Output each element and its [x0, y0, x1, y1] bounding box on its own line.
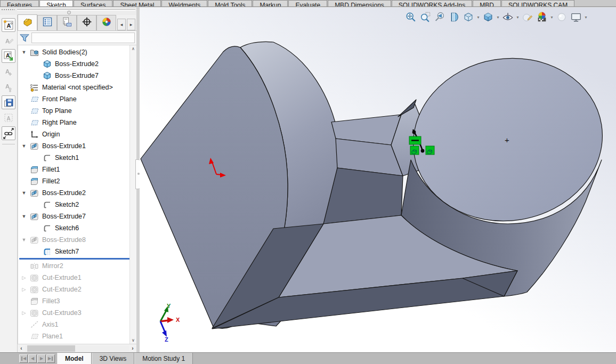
- collapse-arrow-icon[interactable]: ▼: [21, 50, 27, 55]
- pin-icon[interactable]: [67, 11, 71, 14]
- tab-model[interactable]: Model: [57, 353, 92, 364]
- on-edge-relation-badge[interactable]: [426, 146, 434, 155]
- zoom-to-area-button[interactable]: [418, 10, 432, 25]
- screen-button[interactable]: [569, 10, 583, 25]
- chevron-down-icon[interactable]: ▾: [476, 15, 481, 20]
- chevron-down-icon[interactable]: ▾: [496, 15, 500, 20]
- hide-show-items-button[interactable]: [501, 10, 515, 25]
- collapse-arrow-icon[interactable]: ▼: [21, 214, 27, 219]
- collapse-arrow-icon[interactable]: ▼: [21, 190, 27, 196]
- previous-frame-button[interactable]: ◀: [28, 354, 37, 363]
- view-effects-button[interactable]: [555, 10, 569, 25]
- annotation-add-icon[interactable]: A: [2, 64, 15, 78]
- tree-item-fillet2[interactable]: Fillet2: [18, 175, 136, 187]
- annotation-edit-icon[interactable]: A: [2, 34, 15, 47]
- tree-item-boss-extrude2[interactable]: ▼Boss-Extrude2: [18, 187, 136, 199]
- tree-item-boss-extrude7[interactable]: Boss-Extrude7: [18, 70, 136, 82]
- tree-item-cut-extrude2[interactable]: ▷Cut-Extrude2: [18, 284, 136, 295]
- tree-item-mirror2[interactable]: Mirror2: [18, 260, 136, 272]
- tab-mold-tools[interactable]: Mold Tools: [208, 0, 252, 7]
- tab-motion-study-1[interactable]: Motion Study 1: [134, 353, 193, 364]
- annotation-link-icon[interactable]: [2, 126, 15, 140]
- annotation-stamp-icon[interactable]: A: [2, 111, 15, 125]
- tab-surfaces[interactable]: Surfaces: [74, 0, 112, 7]
- view-orientation-button[interactable]: [461, 10, 475, 25]
- chevron-down-icon[interactable]: ▾: [549, 15, 554, 20]
- tab-3d-views[interactable]: 3D Views: [92, 353, 134, 364]
- tree-item-front-plane[interactable]: Front Plane: [18, 93, 136, 105]
- expand-arrow-icon[interactable]: ▷: [21, 275, 27, 280]
- previous-view-button[interactable]: [433, 10, 447, 25]
- tab-mbd-dimensions[interactable]: MBD Dimensions: [328, 0, 391, 7]
- collapse-arrow-icon[interactable]: ▼: [21, 237, 27, 242]
- panel-tab-displaymanager[interactable]: [96, 15, 116, 30]
- featuremanager-panel: ◂▸ ▼Solid Bodies(2)Boss-Extrude2Boss-Ext…: [18, 15, 136, 352]
- chevron-down-icon[interactable]: ▾: [515, 15, 520, 20]
- edit-appearance-button[interactable]: [521, 10, 534, 25]
- tree-item-right-plane[interactable]: Right Plane: [18, 117, 136, 128]
- tree-item-boss-extrude1[interactable]: ▼Boss-Extrude1: [18, 140, 136, 152]
- expand-arrow-icon[interactable]: ▷: [21, 287, 27, 292]
- panel-tab-dimxpertmanager[interactable]: [77, 15, 96, 30]
- tree-item-boss-extrude8[interactable]: ▼Boss-Extrude8: [18, 234, 136, 246]
- rollback-bar[interactable]: [19, 258, 135, 260]
- section-view-button[interactable]: [447, 10, 461, 25]
- tree-item-material-not-specified-[interactable]: Material <not specified>: [18, 82, 136, 93]
- first-frame-button[interactable]: ◀: [19, 354, 28, 363]
- tree-item-boss-extrude7[interactable]: ▼Boss-Extrude7: [18, 211, 136, 222]
- scrollbar-track[interactable]: [25, 345, 129, 352]
- annotation-new-icon[interactable]: A: [2, 18, 15, 32]
- panel-tab-scroll-right[interactable]: ▸: [127, 19, 135, 30]
- tab-sketch[interactable]: Sketch: [39, 0, 73, 7]
- panel-tab-scroll-left[interactable]: ◂: [117, 19, 126, 30]
- tree-item-cut-extrude3[interactable]: ▷Cut-Extrude3: [18, 307, 136, 319]
- tree-item-boss-extrude2[interactable]: Boss-Extrude2: [18, 58, 136, 70]
- annotation-detail-icon[interactable]: A: [2, 80, 15, 94]
- panel-tab-propertymanager[interactable]: [37, 15, 57, 30]
- tree-item-sketch7[interactable]: Sketch7: [18, 246, 136, 257]
- display-style-button[interactable]: [481, 10, 495, 25]
- annotation-export-icon[interactable]: A: [2, 49, 15, 63]
- apply-scene-button[interactable]: [535, 10, 549, 25]
- graphics-area[interactable]: +: [140, 7, 616, 353]
- tree-item-fillet3[interactable]: Fillet3: [18, 295, 136, 307]
- on-edge-relation-badge[interactable]: [410, 146, 419, 155]
- panel-tab-featuremanager-tree[interactable]: [18, 14, 37, 30]
- zoom-to-fit-button[interactable]: [404, 10, 418, 25]
- scroll-left-icon[interactable]: ‹: [18, 345, 25, 351]
- chevron-down-icon[interactable]: ▾: [583, 15, 588, 20]
- tab-weldments[interactable]: Weldments: [161, 0, 207, 7]
- tab-markup[interactable]: Markup: [253, 0, 288, 7]
- tab-mbd[interactable]: MBD: [473, 0, 501, 7]
- scroll-up-icon[interactable]: ∧: [132, 46, 135, 51]
- expand-arrow-icon[interactable]: ▷: [21, 310, 27, 316]
- collapse-arrow-icon[interactable]: ▼: [21, 143, 27, 149]
- drag-handle-dots-icon[interactable]: [1, 9, 15, 11]
- tab-features[interactable]: Features: [0, 0, 39, 7]
- line-relation-badge[interactable]: [409, 136, 421, 144]
- tree-item-plane1[interactable]: Plane1: [18, 330, 136, 342]
- tab-evaluate[interactable]: Evaluate: [288, 0, 327, 7]
- tree-horizontal-scrollbar[interactable]: ‹ ›: [18, 344, 136, 352]
- panel-tab-configurationmanager[interactable]: [57, 15, 77, 30]
- scrollbar-thumb[interactable]: [27, 345, 75, 352]
- tree-item-origin[interactable]: Origin: [18, 128, 136, 140]
- tree-item-sketch2[interactable]: Sketch2: [18, 199, 136, 211]
- tab-sheet-metal[interactable]: Sheet Metal: [113, 0, 161, 7]
- tree-item-top-plane[interactable]: Top Plane: [18, 105, 136, 117]
- save-annotations-icon[interactable]: [2, 95, 15, 109]
- tree-item-axis1[interactable]: Axis1: [18, 319, 136, 330]
- last-frame-button[interactable]: ▶: [46, 354, 55, 363]
- tree-item-sketch1[interactable]: Sketch1: [18, 152, 136, 164]
- tab-solidworks-cam[interactable]: SOLIDWORKS CAM: [501, 0, 574, 7]
- tree-vertical-scrollbar[interactable]: ∧ ∨: [129, 45, 136, 344]
- tree-filter-input[interactable]: [31, 33, 135, 43]
- scroll-right-icon[interactable]: ›: [129, 345, 136, 351]
- tree-item-fillet1[interactable]: Fillet1: [18, 164, 136, 175]
- scroll-down-icon[interactable]: ∨: [132, 338, 135, 343]
- next-frame-button[interactable]: ▶: [37, 354, 46, 363]
- tree-item-solid-bodies-2-[interactable]: ▼Solid Bodies(2): [18, 46, 136, 58]
- tab-solidworks-add-ins[interactable]: SOLIDWORKS Add-Ins: [392, 0, 472, 7]
- tree-item-sketch6[interactable]: Sketch6: [18, 222, 136, 234]
- tree-item-cut-extrude1[interactable]: ▷Cut-Extrude1: [18, 272, 136, 284]
